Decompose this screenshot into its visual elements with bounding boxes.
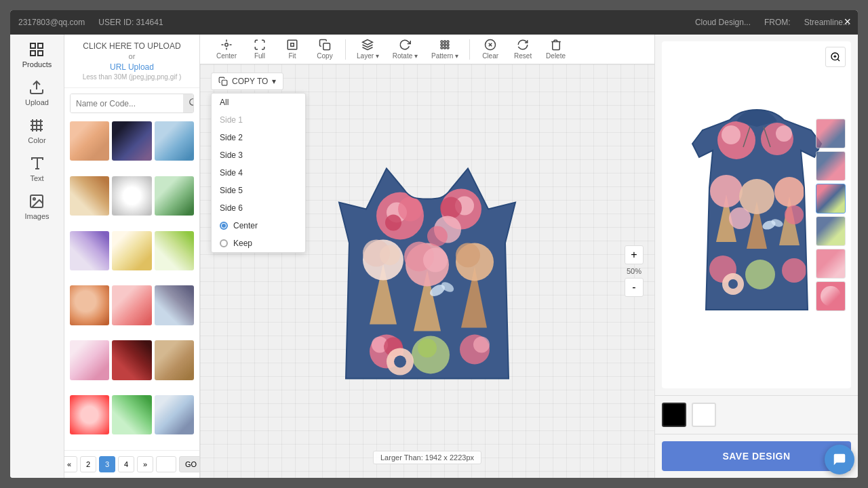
streamline[interactable]: Streamline... <box>804 18 850 27</box>
products-label: Products <box>22 60 52 68</box>
copy-to-side6[interactable]: Side 6 <box>212 199 305 217</box>
preview-hoodie-svg <box>689 106 825 323</box>
list-item[interactable] <box>155 340 194 380</box>
list-item[interactable] <box>155 395 194 434</box>
color-swatch-white[interactable] <box>692 403 716 427</box>
svg-point-52 <box>423 248 448 272</box>
zoom-out-button[interactable]: - <box>625 278 644 297</box>
list-item[interactable] <box>112 121 151 161</box>
list-item[interactable] <box>155 121 194 161</box>
svg-point-17 <box>225 43 229 47</box>
fit-icon <box>286 39 298 51</box>
prev-page-button[interactable]: « <box>64 456 77 472</box>
search-button[interactable] <box>183 94 194 113</box>
upload-button[interactable]: CLICK HERE TO UPLOAD <box>71 41 193 51</box>
list-item[interactable] <box>155 231 194 270</box>
copy-to-side5[interactable]: Side 5 <box>212 182 305 199</box>
layer-label: Layer ▾ <box>357 52 379 60</box>
rotate-tool[interactable]: Rotate ▾ <box>387 36 423 62</box>
sidebar-item-upload[interactable]: Upload <box>25 79 49 106</box>
go-button[interactable]: GO <box>179 456 200 472</box>
copy-to-dropdown: COPY TO ▾ All Side 1 Side 2 <box>211 73 283 90</box>
list-item[interactable] <box>112 340 151 380</box>
copy-to-all[interactable]: All <box>212 94 305 111</box>
or-text: or <box>71 52 193 60</box>
top-bar-right: Cloud Design... FROM: Streamline... <box>695 18 850 27</box>
all-label: All <box>220 98 229 107</box>
svg-rect-37 <box>222 80 227 85</box>
layer-tool[interactable]: Layer ▾ <box>351 36 384 62</box>
search-icon <box>189 98 194 107</box>
page-3-button[interactable]: 3 <box>99 456 115 472</box>
url-upload-link[interactable]: URL Upload <box>110 62 154 72</box>
list-item[interactable] <box>155 285 194 325</box>
list-item[interactable] <box>70 395 109 434</box>
list-item[interactable] <box>70 231 109 270</box>
copy-to-side2[interactable]: Side 2 <box>212 129 305 146</box>
svg-point-84 <box>729 207 751 229</box>
full-tool[interactable]: Full <box>245 36 275 62</box>
pattern-icon <box>439 39 451 51</box>
fit-tool[interactable]: Fit <box>277 36 307 62</box>
sidebar-item-images[interactable]: Images <box>24 193 49 220</box>
copy-tool[interactable]: Copy <box>310 36 340 62</box>
list-item[interactable] <box>155 176 194 216</box>
svg-point-78 <box>774 177 804 207</box>
search-input[interactable] <box>71 94 183 113</box>
page-input[interactable] <box>156 456 176 472</box>
color-swatch-black[interactable] <box>662 403 686 427</box>
list-item[interactable] <box>112 231 151 270</box>
view-thumb-1[interactable] <box>816 119 846 148</box>
grid-icon <box>28 41 45 58</box>
list-item[interactable] <box>70 176 109 216</box>
list-item[interactable] <box>112 395 151 434</box>
close-button[interactable]: × <box>844 16 851 28</box>
from-label: FROM: <box>764 18 791 27</box>
list-item[interactable] <box>112 176 151 216</box>
sidebar-item-products[interactable]: Products <box>22 41 52 68</box>
sidebar-item-text[interactable]: Text <box>29 155 45 182</box>
svg-point-55 <box>456 243 480 268</box>
sidebar-item-color[interactable]: Color <box>28 117 45 144</box>
svg-rect-0 <box>31 43 35 48</box>
page-4-button[interactable]: 4 <box>118 456 134 472</box>
page-2-button[interactable]: 2 <box>80 456 96 472</box>
chat-bubble-button[interactable] <box>825 445 854 474</box>
copy-to-keep[interactable]: Keep <box>212 235 305 252</box>
copy-to-center[interactable]: Center <box>212 217 305 235</box>
clear-tool[interactable]: Clear <box>475 36 505 62</box>
save-design-button[interactable]: SAVE DESIGN <box>662 441 851 471</box>
products-panel: CLICK HERE TO UPLOAD or URL Upload Less … <box>64 35 200 478</box>
next-page-button[interactable]: » <box>137 456 153 472</box>
view-thumb-6[interactable] <box>816 281 846 311</box>
zoom-in-button[interactable]: + <box>625 245 644 264</box>
list-item[interactable] <box>112 285 151 325</box>
svg-point-30 <box>447 44 449 46</box>
reset-tool[interactable]: Reset <box>508 36 538 62</box>
view-thumb-2[interactable] <box>816 151 846 181</box>
svg-point-26 <box>444 41 446 43</box>
svg-point-32 <box>444 47 446 49</box>
copy-to-button[interactable]: COPY TO ▾ <box>211 73 283 90</box>
copy-to-side3[interactable]: Side 3 <box>212 146 305 164</box>
svg-point-85 <box>785 205 804 224</box>
svg-rect-3 <box>38 51 43 56</box>
view-thumb-4[interactable] <box>816 216 846 246</box>
text-label: Text <box>30 174 43 182</box>
images-label: Images <box>24 212 49 220</box>
cloud-design[interactable]: Cloud Design... <box>695 18 751 27</box>
view-thumb-5[interactable] <box>816 249 846 279</box>
magnify-button[interactable] <box>825 47 846 67</box>
svg-rect-22 <box>288 40 297 49</box>
copy-to-side4[interactable]: Side 4 <box>212 164 305 182</box>
svg-rect-23 <box>323 43 330 50</box>
list-item[interactable] <box>70 285 109 325</box>
full-label: Full <box>254 52 265 60</box>
view-thumb-3[interactable] <box>816 184 846 214</box>
list-item[interactable] <box>70 340 109 380</box>
delete-tool[interactable]: Delete <box>540 36 571 62</box>
pattern-tool[interactable]: Pattern ▾ <box>426 36 464 62</box>
svg-point-62 <box>473 337 490 353</box>
center-tool[interactable]: Center <box>211 36 242 62</box>
list-item[interactable] <box>70 121 109 161</box>
